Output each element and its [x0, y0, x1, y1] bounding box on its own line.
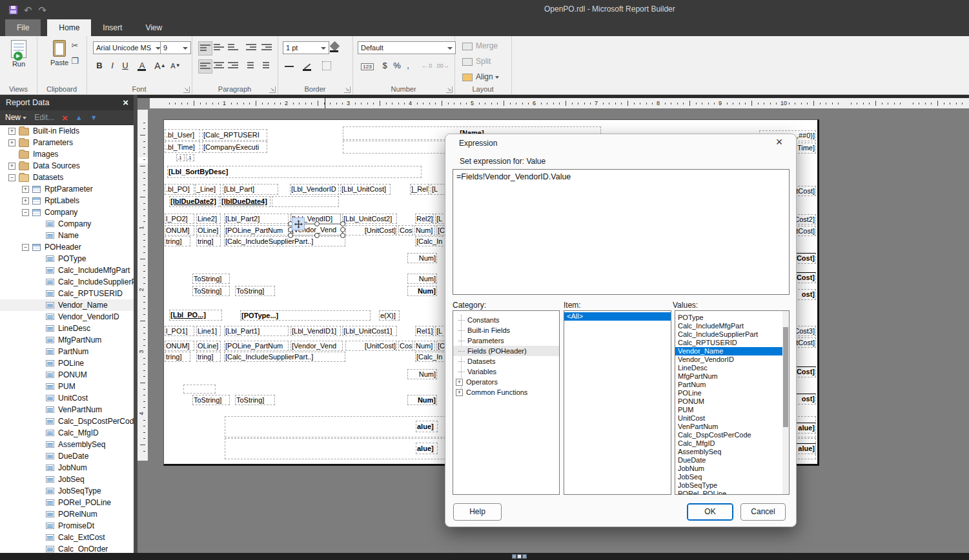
design-view-icon[interactable]	[512, 554, 516, 559]
underline-button[interactable]: U	[119, 59, 132, 72]
report-textbox[interactable]: tring]	[196, 352, 221, 362]
values-list[interactable]: POTypeCalc_IncludeMfgPartCalc_IncludeSup…	[675, 310, 790, 495]
tab-home[interactable]: Home	[47, 19, 91, 36]
category-item[interactable]: +Operators	[453, 377, 559, 387]
border-style-button[interactable]	[283, 59, 296, 72]
tree-item-parameters[interactable]: +Parameters	[0, 137, 134, 148]
report-textbox[interactable]: [Lbl_Part2]	[224, 214, 289, 224]
report-textbox[interactable]: Line1]	[196, 326, 221, 336]
font-color-button[interactable]: A	[136, 59, 148, 72]
value-entry[interactable]: LineDesc	[675, 364, 784, 372]
report-textbox[interactable]: ToString]	[192, 286, 230, 296]
close-panel-icon[interactable]: ×	[123, 95, 128, 110]
value-entry[interactable]: VenPartNum	[675, 423, 784, 431]
report-textbox[interactable]: [Calc_RPTUSERI	[202, 129, 267, 141]
report-textbox[interactable]: ]_Rel]	[410, 184, 429, 195]
report-textbox[interactable]: [Vendor_Vend	[291, 341, 343, 351]
report-textbox[interactable]: [Lbl_PO...]	[169, 310, 222, 321]
move-down-icon[interactable]: ▼	[90, 114, 97, 121]
report-textbox[interactable]: Num]	[414, 225, 435, 235]
tree-item-calc_rptuserid[interactable]: Calc_RPTUSERID	[0, 288, 134, 299]
report-textbox[interactable]: _Line]	[195, 184, 221, 195]
category-item[interactable]: +Common Functions	[453, 387, 559, 397]
border-color-button[interactable]	[301, 59, 314, 72]
tree-item-potype[interactable]: POType	[0, 253, 134, 265]
report-textbox[interactable]: OLine]	[196, 341, 221, 351]
tree-item-duedate[interactable]: DueDate	[0, 450, 134, 462]
tree-item-jobseq[interactable]: JobSeq	[0, 474, 134, 485]
tree-item-calc_includemfgpart[interactable]: Calc_IncludeMfgPart	[0, 265, 134, 276]
tree-item-promisedt[interactable]: PromiseDt	[0, 520, 134, 532]
expand-icon[interactable]: +	[8, 163, 15, 170]
merge-button[interactable]: Merge	[462, 41, 498, 50]
report-textbox[interactable]: [POLine_PartNum	[224, 341, 289, 351]
currency-button[interactable]: $	[380, 59, 390, 72]
tree-item-datasets[interactable]: −Datasets	[0, 172, 134, 183]
tree-item-unitcost[interactable]: UnitCost	[0, 392, 134, 404]
report-textbox[interactable]: Cos	[398, 341, 413, 351]
report-textbox[interactable]: ,1	[176, 154, 185, 161]
expression-input[interactable]: =Fields!Vendor_VendorID.Value	[453, 169, 790, 295]
tree-item-pum[interactable]: PUM	[0, 381, 134, 392]
tree-item-mfgpartnum[interactable]: MfgPartNum	[0, 334, 134, 346]
tree-item-rptparameter[interactable]: +RptParameter	[0, 183, 134, 195]
expand-icon[interactable]: +	[8, 139, 15, 146]
report-textbox[interactable]: Num]	[414, 341, 435, 351]
value-entry[interactable]: PONUM	[675, 397, 784, 406]
move-up-icon[interactable]: ▲	[76, 114, 83, 121]
tree-item-company[interactable]: Company	[0, 218, 134, 230]
report-textbox[interactable]: [POLine_PartNum	[224, 225, 289, 235]
tree-item-images[interactable]: Images	[0, 148, 134, 160]
number-category-button[interactable]: 123	[358, 59, 377, 72]
close-icon[interactable]: ×	[771, 135, 787, 149]
value-entry[interactable]: Calc_MfgID	[675, 439, 784, 448]
tree-item-poline[interactable]: POLine	[0, 357, 134, 369]
increase-indent-button[interactable]	[260, 41, 273, 54]
number-dialog-launcher[interactable]: ↘	[446, 86, 453, 93]
value-entry[interactable]: PUM	[675, 406, 784, 414]
fill-color-button[interactable]	[328, 41, 341, 54]
report-textbox[interactable]: alue]	[416, 421, 438, 432]
value-entry[interactable]: Calc_IncludeMfgPart	[675, 322, 784, 330]
category-item[interactable]: Constants	[453, 315, 559, 325]
scrollbar-thumb[interactable]	[783, 327, 788, 427]
report-textbox[interactable]: ToString]	[192, 395, 230, 405]
report-textbox[interactable]: .bl_User]	[165, 129, 200, 141]
align-top-button[interactable]	[198, 41, 212, 55]
report-textbox[interactable]: tring]	[165, 352, 190, 362]
value-entry[interactable]: AssemblySeq	[675, 448, 784, 456]
report-textbox[interactable]: ToString]	[235, 395, 275, 405]
report-textbox[interactable]: [Lbl_Part]	[223, 184, 278, 195]
report-textbox[interactable]: e(X)]	[379, 310, 400, 321]
tab-insert[interactable]: Insert	[91, 19, 134, 36]
value-entry[interactable]: UnitCost	[675, 414, 784, 423]
expand-icon[interactable]: +	[456, 389, 463, 396]
cancel-button[interactable]: Cancel	[740, 503, 786, 521]
report-textbox[interactable]: [Lbl_VendorID	[290, 184, 339, 195]
report-textbox[interactable]: Rel1]	[415, 326, 434, 336]
report-textbox[interactable]: [Calc_IncludeSupplierPart..]	[224, 236, 345, 246]
report-textbox[interactable]: ,1	[186, 154, 194, 161]
values-scrollbar[interactable]	[782, 311, 789, 494]
report-textbox[interactable]: [Calc_IncludeSupplierPart..]	[224, 352, 345, 362]
numbering-button[interactable]	[260, 59, 273, 72]
report-textbox[interactable]: [Lbl_UnitCost1]	[342, 326, 397, 336]
align-middle-button[interactable]	[212, 41, 225, 54]
tree-item-calc_dspcostpercode[interactable]: Calc_DspCostPerCode	[0, 415, 134, 427]
selection-handle[interactable]	[314, 233, 320, 238]
run-button[interactable]: ▶ Run	[4, 40, 34, 68]
selection-handle[interactable]	[288, 233, 293, 238]
report-textbox[interactable]: ToString]	[235, 286, 275, 296]
number-format-select[interactable]: Default	[358, 41, 456, 54]
item-entry[interactable]: <All>	[564, 312, 671, 321]
category-item[interactable]: Variables	[453, 366, 559, 377]
tree-item-rptlabels[interactable]: +RptLabels	[0, 195, 134, 206]
collapse-icon[interactable]: −	[22, 244, 29, 251]
report-textbox[interactable]: Rel2]	[415, 214, 434, 224]
category-item[interactable]: Fields (POHeader)	[453, 346, 559, 356]
tree-item-built-in fields[interactable]: +Built-in Fields	[0, 125, 134, 137]
value-entry[interactable]: Calc_DspCostPerCode	[675, 431, 784, 439]
tab-file[interactable]: File	[5, 19, 41, 36]
tree-item-partnum[interactable]: PartNum	[0, 346, 134, 357]
comma-button[interactable]: ,	[404, 59, 412, 72]
